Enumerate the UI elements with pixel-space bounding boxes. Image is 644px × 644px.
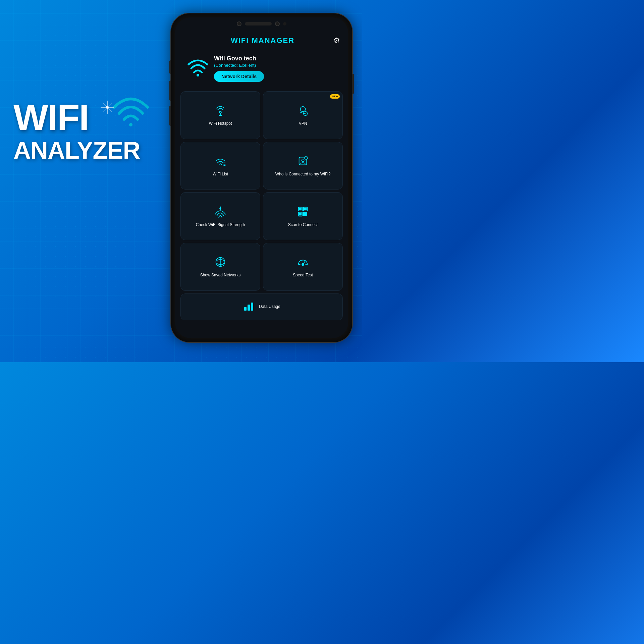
phone-mockup: WIFI MANAGER ⚙ Wifi Govo tech	[171, 13, 352, 342]
speed-test-label: Speed Test	[293, 273, 313, 278]
app-title: WIFI MANAGER	[192, 36, 333, 45]
svg-rect-41	[244, 307, 247, 311]
earpiece-speaker	[245, 22, 272, 25]
svg-point-7	[219, 111, 221, 113]
silent-button	[169, 106, 171, 126]
signal-strength-label: Check WiFi Signal Strength	[196, 222, 245, 228]
wifi-list-icon	[214, 155, 227, 169]
saved-networks-icon	[214, 256, 227, 270]
svg-rect-29	[306, 212, 307, 213]
who-connected-tile[interactable]: Who is Connected to my WiFi?	[263, 142, 343, 190]
wifi-list-label: WiFi List	[213, 172, 228, 177]
svg-rect-42	[248, 305, 250, 311]
wifi-hotspot-tile[interactable]: WiFi Hotspot	[180, 91, 260, 139]
signal-strength-tile[interactable]: Check WiFi Signal Strength	[180, 192, 260, 240]
phone-notch	[237, 21, 286, 26]
vpn-icon	[297, 104, 309, 118]
features-grid: WiFi Hotspot NEW V	[180, 91, 343, 333]
network-name: Wifi Govo tech	[214, 55, 336, 62]
svg-point-10	[300, 107, 305, 112]
qr-scan-icon	[297, 205, 309, 220]
speed-test-tile[interactable]: Speed Test	[263, 243, 343, 291]
proximity-sensor	[283, 22, 286, 25]
hotspot-label: WiFi Hotspot	[209, 121, 232, 126]
phone-outer-shell: WIFI MANAGER ⚙ Wifi Govo tech	[171, 13, 352, 342]
power-button	[352, 74, 354, 94]
signal-strength-icon	[214, 205, 227, 220]
data-usage-label: Data Usage	[259, 304, 280, 310]
vpn-label: VPN	[299, 121, 307, 126]
wifi-connected-icon	[187, 58, 209, 79]
wifi-list-tile[interactable]: WiFi List	[180, 142, 260, 190]
network-details-button[interactable]: Network Details	[214, 71, 264, 82]
app-screen: WIFI MANAGER ⚙ Wifi Govo tech	[175, 17, 348, 338]
phone-screen: WIFI MANAGER ⚙ Wifi Govo tech	[175, 17, 348, 338]
svg-point-35	[221, 263, 224, 266]
connected-info: Wifi Govo tech (Connected: Exellent) Net…	[214, 55, 336, 82]
svg-rect-27	[300, 213, 302, 215]
vol-down-button	[169, 80, 171, 101]
front-camera	[237, 21, 241, 26]
speed-test-icon	[297, 256, 309, 270]
who-connected-icon	[297, 155, 309, 169]
svg-point-6	[197, 74, 199, 76]
network-status: (Connected: Exellent)	[214, 63, 336, 68]
analyzer-label: ANALYZER	[13, 137, 140, 164]
sparkle-effect	[97, 97, 117, 117]
vpn-new-badge: NEW	[330, 94, 340, 99]
app-header: WIFI MANAGER ⚙	[180, 34, 343, 47]
vol-up-button	[169, 60, 171, 74]
svg-point-37	[302, 264, 304, 266]
svg-rect-30	[304, 214, 305, 215]
face-sensor	[275, 21, 280, 26]
svg-rect-28	[304, 212, 305, 213]
svg-rect-43	[251, 303, 253, 311]
saved-networks-tile[interactable]: Show Saved Networks	[180, 243, 260, 291]
scan-connect-tile[interactable]: Scan to Connect	[263, 192, 343, 240]
scan-connect-label: Scan to Connect	[288, 222, 318, 228]
settings-icon[interactable]: ⚙	[333, 36, 340, 45]
connected-section: Wifi Govo tech (Connected: Exellent) Net…	[180, 50, 343, 87]
data-usage-tile[interactable]: Data Usage	[180, 293, 343, 320]
svg-point-0	[129, 123, 132, 126]
svg-rect-31	[306, 214, 307, 215]
svg-rect-25	[305, 208, 307, 210]
svg-rect-23	[300, 208, 302, 210]
vpn-tile[interactable]: NEW VPN	[263, 91, 343, 139]
hotspot-icon	[214, 104, 227, 118]
svg-point-16	[302, 159, 304, 162]
saved-networks-label: Show Saved Networks	[200, 273, 241, 278]
data-usage-icon	[243, 300, 255, 314]
who-connected-label: Who is Connected to my WiFi?	[275, 172, 331, 177]
